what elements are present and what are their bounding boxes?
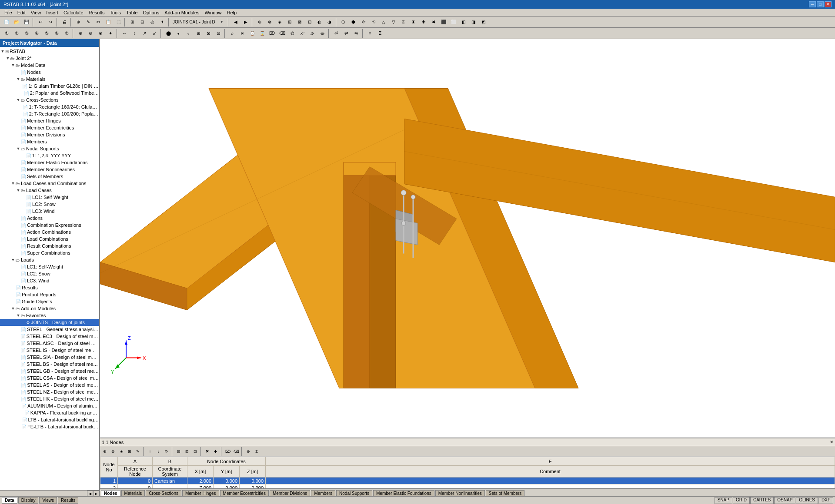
tb2-3[interactable]: ③ [22, 29, 31, 38]
scroll-left[interactable]: ◀ [87, 491, 93, 497]
tree-item-combo-expressions[interactable]: 📄Combination Expressions [0, 222, 99, 229]
tb2-28[interactable]: ⌬ [287, 29, 297, 38]
menu-item-options[interactable]: Options [140, 10, 162, 16]
tb3-2[interactable]: ✎ [84, 17, 93, 27]
tree-item-members[interactable]: 📄Members [0, 138, 99, 145]
tb2-4[interactable]: ④ [32, 29, 41, 38]
tb2-30[interactable]: ⌮ [307, 29, 317, 38]
tree-item-steel-sia[interactable]: 📄STEEL SIA - Design of steel members ac.… [0, 354, 99, 361]
bottom-tab-sets-of-members[interactable]: Sets of Members [486, 490, 525, 496]
bottom-tab-nodal-supports[interactable]: Nodal Supports [336, 490, 372, 496]
table-area[interactable]: Node No A B Node Coordinates F Reference… [100, 457, 835, 488]
menu-item-tools[interactable]: Tools [107, 10, 124, 16]
maximize-button[interactable]: □ [817, 1, 824, 7]
tree-item-loads-lc2[interactable]: 📄LC2: Snow [0, 270, 99, 277]
bottom-tab-member-divisions[interactable]: Member Divisions [270, 490, 310, 496]
status-tab-data[interactable]: Data [2, 497, 17, 504]
status-tab-results[interactable]: Results [58, 497, 78, 504]
tb2-24[interactable]: ⌚ [247, 29, 257, 38]
tree-item-ns1[interactable]: 📄1: 1,2,4; YYY YYY [0, 152, 99, 159]
tree-item-cs1[interactable]: 📄1: T-Rectangle 160/240; Glulam Tim... [0, 103, 99, 110]
bt-4[interactable]: ⊞ [126, 448, 134, 455]
tb2-12[interactable]: ↔ [120, 29, 129, 38]
print-button[interactable]: 🖨 [60, 17, 69, 27]
tree-item-member-elastic[interactable]: 📄Member Elastic Foundations [0, 159, 99, 166]
tree-expand-nodal-supports[interactable]: ▼ [16, 146, 21, 151]
tree-item-loads-lc3[interactable]: 📄LC3: Wind [0, 277, 99, 284]
tb2-31[interactable]: ⌯ [317, 29, 327, 38]
tree-item-sets-of-members[interactable]: 📄Sets of Members [0, 173, 99, 180]
viewport[interactable]: Z X Y [100, 39, 835, 438]
tb2-7[interactable]: ⑦ [62, 29, 71, 38]
tree-item-fe-ltb[interactable]: 📄FE-LTB - Lateral-torsional buckling ana… [0, 423, 99, 430]
tree-item-load-combinations[interactable]: 📄Load Combinations [0, 235, 99, 242]
status-tab-display[interactable]: Display [18, 497, 39, 504]
tree-item-lc3[interactable]: 📄LC3: Wind [0, 208, 99, 215]
tree-item-steel-csa[interactable]: 📄STEEL CSA - Design of steel members a..… [0, 375, 99, 381]
tb3-8[interactable]: ◎ [147, 17, 157, 27]
tree-expand-loads[interactable]: ▼ [10, 258, 16, 262]
menu-item-edit[interactable]: Edit [15, 10, 28, 16]
tb5-10[interactable]: ✖ [429, 17, 438, 27]
tb2-32[interactable]: ⏎ [331, 29, 341, 38]
bottom-tab-members[interactable]: Members [311, 490, 335, 496]
menu-item-view[interactable]: View [28, 10, 44, 16]
bt-14[interactable]: ⌦ [224, 448, 232, 455]
tree-item-printout-reports[interactable]: 📄Printout Reports [0, 291, 99, 298]
menu-item-window[interactable]: Window [202, 10, 224, 16]
tree-item-member-nonlinear[interactable]: 📄Member Nonlinearities [0, 166, 99, 173]
tree-item-cross-sections[interactable]: ▼🗁Cross-Sections [0, 96, 99, 103]
bt-10[interactable]: ⊠ [183, 448, 191, 455]
tree-expand-load-cases[interactable]: ▼ [16, 188, 21, 192]
tree-item-load-cases-combo[interactable]: ▼🗁Load Cases and Combinations [0, 180, 99, 187]
snap-button[interactable]: SNAP [715, 497, 732, 504]
tree-item-steel-as[interactable]: 📄STEEL AS - Design of steel members ac..… [0, 381, 99, 388]
status-tab-views[interactable]: Views [39, 497, 57, 504]
tb5-6[interactable]: ▽ [389, 17, 398, 27]
tree-item-member-hinges[interactable]: 📄Member Hinges [0, 117, 99, 124]
bottom-tab-member-nonlinearities[interactable]: Member Nonlinearities [435, 490, 485, 496]
undo-button[interactable]: ↩ [36, 17, 45, 27]
tb4-2[interactable]: ⊗ [265, 17, 274, 27]
tree-item-lc1[interactable]: 📄LC1: Self-Weight [0, 194, 99, 201]
tree-item-nodes[interactable]: 📄Nodes [0, 69, 99, 76]
tb5-8[interactable]: ⧗ [409, 17, 418, 27]
tree-item-joints[interactable]: ⚙JOINTS - Design of joints [0, 319, 99, 326]
new-button[interactable]: 📄 [2, 17, 11, 27]
tree-item-super-combinations[interactable]: 📄Super Combinations [0, 249, 99, 256]
bt-12[interactable]: ✖ [204, 448, 211, 455]
tb5-13[interactable]: ◧ [459, 17, 468, 27]
bt-9[interactable]: ⊟ [175, 448, 183, 455]
tree-item-model-data[interactable]: ▼🗁Model Data [0, 62, 99, 69]
tb2-23[interactable]: ⎘ [237, 29, 247, 38]
tb2-5[interactable]: ⑤ [42, 29, 51, 38]
tree-item-nodal-supports[interactable]: ▼🗁Nodal Supports [0, 145, 99, 152]
bt-3[interactable]: ◈ [117, 448, 125, 455]
close-button[interactable]: ✕ [825, 1, 832, 7]
tb3-3[interactable]: ✂ [94, 17, 103, 27]
tb2-1[interactable]: ① [2, 29, 11, 38]
tree-expand-model-data[interactable]: ▼ [10, 63, 16, 67]
tree-expand-favorites[interactable]: ▼ [16, 313, 21, 318]
tb4-3[interactable]: ◈ [275, 17, 284, 27]
tb5-12[interactable]: ⬜ [449, 17, 458, 27]
tree-item-steel-hk[interactable]: 📄STEEL HK - Design of steel members ac..… [0, 395, 99, 402]
tree-expand-materials[interactable]: ▼ [16, 77, 21, 81]
tree-item-favorites[interactable]: ▼🗁Favorites [0, 312, 99, 319]
save-button[interactable]: 💾 [22, 17, 31, 27]
combo-arrow[interactable]: ▼ [217, 17, 227, 27]
tree-item-loads-lc1[interactable]: 📄LC1: Self-Weight [0, 263, 99, 270]
bt-17[interactable]: Σ [253, 448, 261, 455]
tb2-34[interactable]: ⇋ [351, 29, 361, 38]
menu-item-help[interactable]: Help [224, 10, 240, 16]
tb5-7[interactable]: ⧖ [399, 17, 408, 27]
tree-item-steel-nz[interactable]: 📄STEEL NZ - Design of steel members ac..… [0, 388, 99, 395]
tb4-6[interactable]: ⊡ [305, 17, 314, 27]
bottom-tab-member-eccentricities[interactable]: Member Eccentricities [220, 490, 269, 496]
tb2-14[interactable]: ↗ [140, 29, 149, 38]
tree-item-joint2[interactable]: ▼🗁Joint 2* [0, 55, 99, 62]
tb2-36[interactable]: Σ [375, 29, 385, 38]
tree-item-kappa[interactable]: 📄KAPPA - Flexural buckling analysis [0, 409, 99, 416]
tb4-1[interactable]: ⊕ [255, 17, 264, 27]
tb2-27[interactable]: ⌫ [277, 29, 287, 38]
